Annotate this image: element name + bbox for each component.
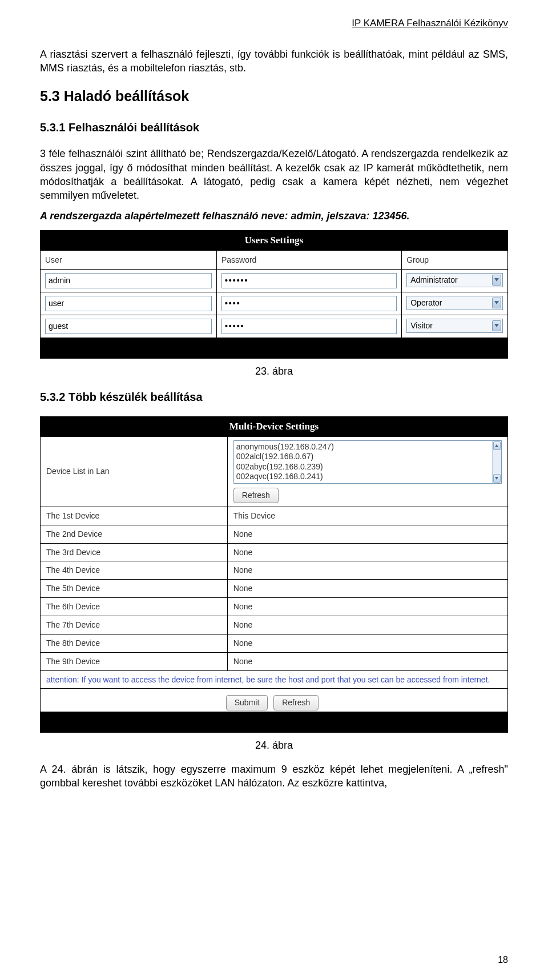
- device-row-value[interactable]: This Device: [228, 507, 507, 525]
- table-row: guest: [41, 315, 216, 338]
- user-input[interactable]: admin: [45, 273, 212, 288]
- page-header: IP KAMERA Felhasználói Kézikönyv: [40, 17, 508, 30]
- para-5-3-1-a: 3 féle felhasználói szint állítható be; …: [40, 147, 508, 202]
- figure-24-caption: 24. ábra: [40, 738, 508, 752]
- device-row-label: The 4th Device: [41, 561, 227, 579]
- scroll-up-icon[interactable]: [493, 441, 501, 450]
- user-input[interactable]: guest: [45, 319, 212, 334]
- device-row-value[interactable]: None: [228, 653, 507, 670]
- table-row: user: [41, 292, 216, 315]
- device-row-label: The 2nd Device: [41, 525, 227, 543]
- device-row-value[interactable]: None: [228, 561, 507, 579]
- device-row-value[interactable]: None: [228, 598, 507, 616]
- scrollbar[interactable]: [492, 441, 501, 483]
- device-row-value[interactable]: None: [228, 544, 507, 561]
- device-list-label: Device List in Lan: [41, 437, 227, 507]
- password-input[interactable]: •••••: [221, 319, 397, 334]
- col-group: Group: [402, 251, 507, 269]
- device-row-label: The 8th Device: [41, 634, 227, 652]
- attention-text: attention: If you want to access the dev…: [41, 671, 507, 688]
- list-item[interactable]: anonymous(192.168.0.247): [236, 442, 490, 452]
- device-row-label: The 9th Device: [41, 653, 227, 670]
- chevron-down-icon: [492, 298, 501, 308]
- refresh-button[interactable]: Refresh: [273, 695, 319, 710]
- device-row-value[interactable]: None: [228, 525, 507, 543]
- col-user: User: [41, 251, 216, 269]
- device-row-label: The 1st Device: [41, 507, 227, 525]
- password-input[interactable]: ••••: [221, 296, 397, 311]
- users-settings-screenshot: Users Settings User Password Group admin…: [40, 230, 508, 359]
- user-input[interactable]: user: [45, 296, 212, 311]
- device-list-cell: anonymous(192.168.0.247) 002alcl(192.168…: [228, 437, 507, 507]
- group-select[interactable]: Visitor: [406, 319, 503, 333]
- group-select[interactable]: Administrator: [406, 273, 503, 287]
- page-number: 18: [498, 954, 508, 966]
- outro-paragraph: A 24. ábrán is látszik, hogy egyszerre m…: [40, 762, 508, 790]
- device-row-label: The 3rd Device: [41, 544, 227, 561]
- refresh-button[interactable]: Refresh: [233, 488, 279, 503]
- list-item[interactable]: 002abyc(192.168.0.239): [236, 462, 490, 472]
- col-password: Password: [217, 251, 401, 269]
- para-5-3-1-b: A rendszergazda alapértelmezett felhaszn…: [40, 209, 508, 223]
- heading-5-3-1: 5.3.1 Felhasználói beállítások: [40, 120, 508, 135]
- device-listbox[interactable]: anonymous(192.168.0.247) 002alcl(192.168…: [233, 440, 502, 484]
- users-settings-title: Users Settings: [41, 231, 507, 251]
- device-row-label: The 5th Device: [41, 580, 227, 597]
- table-row: admin: [41, 270, 216, 292]
- chevron-down-icon: [492, 275, 501, 286]
- button-row: Submit Refresh: [41, 689, 507, 712]
- chevron-down-icon: [492, 320, 501, 331]
- submit-button[interactable]: Submit: [226, 695, 268, 710]
- multi-device-screenshot: Multi-Device Settings Device List in Lan…: [40, 416, 508, 733]
- scroll-down-icon[interactable]: [493, 474, 501, 483]
- heading-5-3: 5.3 Haladó beállítások: [40, 87, 508, 106]
- intro-paragraph: A riasztási szervert a felhasználó fejle…: [40, 47, 508, 75]
- heading-5-3-2: 5.3.2 Több készülék beállítása: [40, 389, 508, 405]
- figure-23-caption: 23. ábra: [40, 364, 508, 378]
- password-input[interactable]: ••••••: [221, 273, 397, 288]
- multi-device-title: Multi-Device Settings: [41, 417, 507, 437]
- list-item[interactable]: 002aqvc(192.168.0.241): [236, 472, 490, 482]
- device-row-value[interactable]: None: [228, 616, 507, 634]
- device-row-value[interactable]: None: [228, 580, 507, 597]
- device-row-label: The 7th Device: [41, 616, 227, 634]
- group-select[interactable]: Operator: [406, 296, 503, 310]
- list-item[interactable]: 002alcl(192.168.0.67): [236, 452, 490, 462]
- device-row-label: The 6th Device: [41, 598, 227, 616]
- device-row-value[interactable]: None: [228, 634, 507, 652]
